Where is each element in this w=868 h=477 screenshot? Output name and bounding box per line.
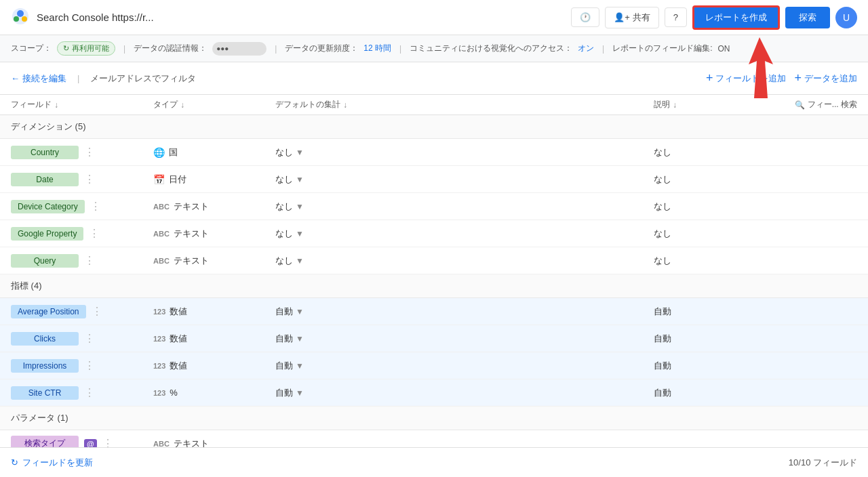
field-name-cell: Clicks ⋮ bbox=[11, 332, 153, 346]
add-data-button[interactable]: + データを追加 bbox=[794, 71, 857, 85]
type-cell: ABC テキスト bbox=[153, 228, 275, 240]
drag-handle[interactable]: ⋮ bbox=[84, 146, 95, 159]
aggregation-cell[interactable]: 自動 ▼ bbox=[275, 387, 654, 399]
drag-handle[interactable]: ⋮ bbox=[89, 227, 100, 240]
field-name-cell: Impressions ⋮ bbox=[11, 359, 153, 373]
drag-handle[interactable]: ⋮ bbox=[84, 332, 95, 345]
aggregation-cell[interactable]: なし ▼ bbox=[275, 173, 654, 186]
history-button[interactable]: 🕐 bbox=[571, 7, 599, 27]
field-count-label: 10/10 フィールド bbox=[789, 457, 857, 469]
drag-handle[interactable]: ⋮ bbox=[90, 200, 101, 213]
field-name-cell: Google Property ⋮ bbox=[11, 227, 153, 241]
create-report-wrapper: レポートを作成 bbox=[692, 5, 780, 30]
add-field-label: フィールドを追加 bbox=[715, 72, 786, 85]
explore-label: 探索 bbox=[799, 12, 816, 22]
dimensions-section-header: ディメンション (5) bbox=[0, 115, 868, 139]
description-cell: なし bbox=[654, 173, 776, 186]
divider-1: | bbox=[123, 44, 125, 54]
field-tag-avg-pos: Average Position bbox=[11, 305, 86, 318]
aggregation-cell[interactable]: なし ▼ bbox=[275, 255, 654, 267]
aggregation-value: なし bbox=[275, 228, 293, 240]
type-cell: 123 数値 bbox=[153, 360, 275, 372]
reuse-label: 再利用可能 bbox=[72, 43, 109, 54]
col-type-label: タイプ bbox=[153, 99, 178, 110]
type-cell: 123 数値 bbox=[153, 306, 275, 318]
table-row: Country ⋮ 🌐 国 なし ▼ なし bbox=[0, 139, 868, 166]
user-avatar[interactable]: U bbox=[835, 7, 857, 28]
toolbar-right: + フィールドを追加 + データを追加 bbox=[706, 71, 857, 85]
numeric-icon: 123 bbox=[153, 389, 165, 397]
share-button[interactable]: 👤+ 共有 bbox=[605, 7, 659, 28]
aggregation-cell[interactable]: なし ▼ bbox=[275, 228, 654, 240]
field-tag-date: Date bbox=[11, 173, 79, 186]
refresh-fields-button[interactable]: ↻ フィールドを更新 bbox=[11, 457, 93, 469]
aggregation-cell[interactable]: なし ▼ bbox=[275, 146, 654, 159]
dropdown-arrow: ▼ bbox=[296, 175, 304, 184]
dropdown-arrow: ▼ bbox=[296, 361, 304, 371]
type-text: テキスト bbox=[174, 201, 209, 213]
update-freq-label: データの更新頻度： bbox=[285, 43, 358, 54]
drag-handle[interactable]: ⋮ bbox=[84, 173, 95, 186]
svg-point-1 bbox=[17, 10, 24, 17]
add-data-icon: + bbox=[794, 71, 802, 85]
aggregation-cell[interactable]: なし ▼ bbox=[275, 201, 654, 213]
field-tag-device: Device Category bbox=[11, 200, 85, 213]
type-text: 数値 bbox=[170, 306, 187, 318]
aggregation-value: 自動 bbox=[275, 333, 293, 345]
share-icon: 👤+ bbox=[614, 12, 630, 22]
metrics-label: 指標 (4) bbox=[11, 281, 42, 291]
help-icon: ? bbox=[673, 12, 678, 22]
help-button[interactable]: ? bbox=[665, 7, 687, 27]
aggregation-value: 自動 bbox=[275, 360, 293, 372]
toolbar-separator: | bbox=[77, 73, 79, 83]
aggregation-cell[interactable]: 自動 ▼ bbox=[275, 306, 654, 318]
field-name-cell: Device Category ⋮ bbox=[11, 200, 153, 213]
type-text: 数値 bbox=[170, 360, 187, 372]
app-header: Search Console https://r... 🕐 👤+ 共有 ? レポ… bbox=[0, 0, 868, 35]
svg-point-2 bbox=[14, 16, 19, 22]
toolbar: ← 接続を編集 | メールアドレスでフィルタ + フィールドを追加 + データを… bbox=[0, 62, 868, 95]
description-cell: なし bbox=[654, 228, 776, 240]
aggregation-cell[interactable]: 自動 ▼ bbox=[275, 360, 654, 372]
aggregation-cell[interactable]: 自動 ▼ bbox=[275, 333, 654, 345]
field-tag-site-ctr: Site CTR bbox=[11, 386, 79, 400]
add-field-button[interactable]: + フィールドを追加 bbox=[706, 71, 787, 85]
dropdown-arrow: ▼ bbox=[296, 202, 304, 211]
params-section-header: パラメータ (1) bbox=[0, 407, 868, 430]
explore-button[interactable]: 探索 bbox=[785, 7, 830, 28]
aggregation-value: 自動 bbox=[275, 387, 293, 399]
update-freq-value: 12 時間 bbox=[363, 43, 391, 54]
field-edit-label: レポートのフィールド編集: bbox=[612, 43, 712, 54]
type-text: 日付 bbox=[169, 173, 186, 186]
table-row: Query ⋮ ABC テキスト なし ▼ なし bbox=[0, 247, 868, 274]
header-actions: 🕐 👤+ 共有 ? レポートを作成 探索 U bbox=[571, 5, 857, 30]
type-cell: 📅 日付 bbox=[153, 173, 275, 186]
abc-icon: ABC bbox=[153, 440, 170, 448]
auth-indicator: ●●● bbox=[212, 42, 267, 56]
calendar-icon: 📅 bbox=[153, 174, 165, 185]
type-text: 国 bbox=[169, 146, 178, 159]
community-access-value: オン bbox=[578, 43, 594, 54]
type-text: 数値 bbox=[170, 333, 187, 345]
drag-handle[interactable]: ⋮ bbox=[84, 254, 95, 267]
create-report-label: レポートを作成 bbox=[705, 12, 767, 22]
field-tag-google-prop: Google Property bbox=[11, 227, 83, 241]
description-cell: 自動 bbox=[654, 360, 776, 372]
description-cell: なし bbox=[654, 201, 776, 213]
type-cell: 123 % bbox=[153, 388, 275, 398]
aggregation-value: なし bbox=[275, 255, 293, 267]
back-icon: ← bbox=[11, 73, 20, 83]
type-text: テキスト bbox=[174, 255, 209, 267]
sort-icon-field: ↓ bbox=[54, 100, 58, 110]
drag-handle[interactable]: ⋮ bbox=[84, 386, 95, 399]
back-to-edit-button[interactable]: ← 接続を編集 bbox=[11, 72, 66, 85]
type-cell: 🌐 国 bbox=[153, 146, 275, 159]
drag-handle[interactable]: ⋮ bbox=[84, 359, 95, 372]
divider-2: | bbox=[275, 44, 277, 54]
drag-handle[interactable]: ⋮ bbox=[92, 305, 102, 318]
col-description-label: 説明 bbox=[654, 99, 670, 110]
footer: ↻ フィールドを更新 10/10 フィールド bbox=[0, 447, 868, 477]
aggregation-value: 自動 bbox=[275, 306, 293, 318]
create-report-button[interactable]: レポートを作成 bbox=[692, 5, 780, 30]
table-header: フィールド ↓ タイプ ↓ デフォルトの集計 ↓ 説明 ↓ 🔍 フィー... 検… bbox=[0, 95, 868, 115]
